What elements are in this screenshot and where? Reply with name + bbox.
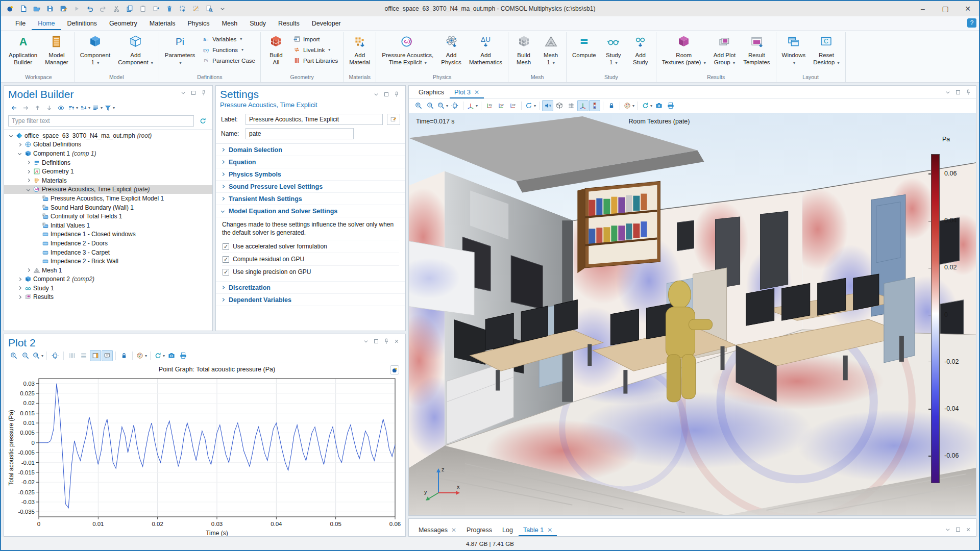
section-discretization[interactable]: Discretization <box>216 282 405 294</box>
tree-expander[interactable] <box>16 143 23 146</box>
zoom-extents-icon[interactable] <box>50 350 61 361</box>
bottom-tab-progress[interactable]: Progress <box>462 524 497 536</box>
tree-item-office-space-63-30t0-n4-ma-out-mph[interactable]: office_space_63_30T0_N4_ma_out.mph(root) <box>4 131 212 140</box>
tab-close-icon[interactable]: ✕ <box>547 527 552 533</box>
ribbon-button-part-libraries[interactable]: Part Libraries <box>291 56 340 65</box>
eye-icon[interactable] <box>55 102 66 113</box>
menu-home[interactable]: Home <box>32 17 61 30</box>
tree-expander[interactable] <box>24 269 32 271</box>
palette-icon[interactable]: ▾ <box>135 350 148 361</box>
redo-icon[interactable] <box>97 3 109 15</box>
minimize-button[interactable]: – <box>912 1 934 16</box>
close-button[interactable]: ✕ <box>957 1 979 16</box>
float-icon[interactable] <box>382 90 391 99</box>
tree-item-impedance-3-carpet[interactable]: Impedance 3 - Carpet <box>4 248 212 257</box>
ribbon-button-mesh-1[interactable]: Mesh1 ▾ <box>537 32 564 73</box>
tree-item-results[interactable]: Results <box>4 293 212 302</box>
ribbon-button-room-textures-pate[interactable]: RoomTextures (pate) ▾ <box>658 32 709 73</box>
point-graph-chart[interactable]: Point Graph: Total acoustic pressure (Pa… <box>6 363 403 537</box>
zoom-box-icon[interactable]: ▾ <box>436 100 449 111</box>
room-scene-3d[interactable] <box>409 113 976 515</box>
zoom-out-icon[interactable] <box>20 350 31 361</box>
ribbon-button-component-1[interactable]: Component1 ▾ <box>77 32 114 73</box>
scene-icon[interactable] <box>554 100 565 111</box>
tree-item-sound-hard-boundary-wall-1[interactable]: DSound Hard Boundary (Wall) 1 <box>4 203 212 212</box>
section-physics-symbols[interactable]: Physics Symbols <box>216 168 405 181</box>
orientation-icon[interactable] <box>577 100 589 111</box>
checkbox-box[interactable]: ✓ <box>223 269 229 276</box>
label-field-input[interactable] <box>246 114 383 125</box>
ribbon-button-add-mathematics[interactable]: ΔUAddMathematics <box>465 32 506 73</box>
zoom-out-icon[interactable] <box>425 100 436 111</box>
checkbox-compute-residual-on-gpu[interactable]: ✓Compute residual on GPU <box>222 253 399 265</box>
menu-file[interactable]: File <box>9 17 32 30</box>
nav-up-icon[interactable] <box>32 102 43 113</box>
help-button[interactable]: ? <box>967 18 976 28</box>
checkbox-box[interactable]: ✓ <box>223 243 229 250</box>
float-icon[interactable] <box>953 525 963 534</box>
zoom-box-icon[interactable]: ▾ <box>32 350 44 361</box>
columns-icon[interactable]: ▾ <box>91 102 103 113</box>
zoom-extents-icon[interactable] <box>449 100 460 111</box>
select-icon[interactable] <box>177 3 189 15</box>
pin-icon[interactable] <box>392 90 401 99</box>
refresh-icon[interactable] <box>197 115 208 127</box>
tree-expander[interactable] <box>16 278 23 281</box>
ribbon-button-add-component[interactable]: AddComponent ▾ <box>114 32 157 73</box>
ribbon-button-pressure-acoustics-time-explicit[interactable]: Pressure Acoustics,Time Explicit ▾ <box>378 32 437 73</box>
section-equation[interactable]: Equation <box>216 156 405 168</box>
panel-menu-icon[interactable] <box>943 88 952 97</box>
open-icon[interactable] <box>31 3 43 15</box>
palette-icon[interactable]: ▾ <box>623 100 635 111</box>
graphics-tab-plot-3[interactable]: Plot 3✕ <box>450 87 484 98</box>
close-icon[interactable] <box>964 525 973 534</box>
print-icon[interactable] <box>665 100 676 111</box>
lock-icon[interactable] <box>118 350 130 361</box>
ribbon-button-windows[interactable]: Windows ▾ <box>778 32 810 73</box>
refresh-icon[interactable]: ▾ <box>153 350 165 361</box>
refresh-icon[interactable]: ▾ <box>641 100 653 111</box>
float-icon[interactable] <box>953 88 963 97</box>
tree-expander[interactable] <box>24 188 32 191</box>
pin-icon[interactable] <box>382 337 391 346</box>
ygrid-icon[interactable] <box>66 350 78 361</box>
tree-expander[interactable] <box>16 287 23 289</box>
camera-icon[interactable] <box>653 100 665 111</box>
ribbon-button-functions[interactable]: f(x)Functions▾ <box>200 45 257 54</box>
checkbox-use-accelerated-solver-formulation[interactable]: ✓Use accelerated solver formulation <box>222 240 399 253</box>
ribbon-button-add-plot-group[interactable]: Add PlotGroup ▾ <box>710 32 739 73</box>
view-xz-icon[interactable]: xz <box>507 100 519 111</box>
duplicate-icon[interactable] <box>150 3 162 15</box>
bottom-tab-messages[interactable]: Messages✕ <box>414 524 461 536</box>
tree-item-global-definitions[interactable]: Global Definitions <box>4 140 212 149</box>
zoom-in-icon[interactable] <box>8 350 19 361</box>
view-xy-icon[interactable]: xy <box>484 100 495 111</box>
name-field-input[interactable] <box>246 128 354 139</box>
tree-item-pressure-acoustics-time-explicit-model-1[interactable]: DPressure Acoustics, Time Explicit Model… <box>4 194 212 203</box>
note-icon[interactable] <box>102 350 113 361</box>
ribbon-button-add-physics[interactable]: AddPhysics <box>437 32 465 73</box>
camera-icon[interactable] <box>166 350 177 361</box>
ribbon-button-add-material[interactable]: AddMaterial <box>346 32 374 73</box>
xgrid-icon[interactable] <box>78 350 89 361</box>
lock-icon[interactable] <box>606 100 617 111</box>
menu-definitions[interactable]: Definitions <box>61 17 103 30</box>
play-icon[interactable] <box>70 3 83 15</box>
funnel-icon[interactable]: ▾ <box>104 102 115 113</box>
tree-item-component-2[interactable]: Component 2(comp2) <box>4 275 212 284</box>
float-icon[interactable] <box>189 88 198 97</box>
section-transient-mesh-settings[interactable]: Transient Mesh Settings <box>216 193 405 205</box>
go-default-view-icon[interactable]: ▾ <box>466 100 478 111</box>
section-domain-selection[interactable]: Domain Selection <box>216 144 405 156</box>
nav-down-icon[interactable] <box>43 102 55 113</box>
ribbon-button-application-builder[interactable]: AApplicationBuilder <box>5 32 41 73</box>
bottom-tab-log[interactable]: Log <box>498 524 518 536</box>
menu-study[interactable]: Study <box>243 17 272 30</box>
tree-item-definitions[interactable]: Definitions <box>4 158 212 167</box>
pin-icon[interactable] <box>199 88 208 97</box>
checkbox-box[interactable]: ✓ <box>223 256 229 263</box>
view-yz-icon[interactable]: yz <box>496 100 507 111</box>
menu-geometry[interactable]: Geometry <box>103 17 143 30</box>
ribbon-button-variables[interactable]: a=Variables▾ <box>200 35 257 43</box>
graphics-tab-graphics[interactable]: Graphics <box>414 87 449 98</box>
